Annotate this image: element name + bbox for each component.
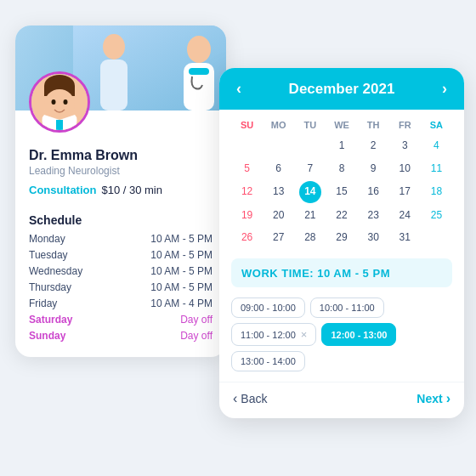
month-year-label: December 2021 — [289, 81, 395, 98]
schedule-day: Saturday — [29, 314, 97, 326]
schedule-time: Day off — [180, 314, 212, 326]
calendar-day[interactable]: 28 — [294, 227, 326, 248]
avatar-image — [31, 74, 88, 130]
time-slots: 09:00 - 10:0010:00 - 11:0011:00 - 12:00×… — [219, 292, 464, 380]
consultation-row: Consultation $10 / 30 min — [29, 184, 212, 196]
calendar-day[interactable]: 24 — [389, 205, 421, 226]
calendar-day[interactable]: 13 — [263, 181, 294, 203]
calendar-header: ‹ December 2021 › — [219, 68, 464, 110]
schedule-day: Tuesday — [29, 249, 97, 261]
schedule-row: Friday10 AM - 4 PM — [29, 297, 212, 310]
weekday-label: SU — [231, 118, 263, 132]
doctor-banner — [15, 26, 226, 110]
calendar-day[interactable]: 21 — [294, 205, 326, 226]
calendar-day[interactable]: 26 — [231, 227, 263, 248]
calendar-day[interactable]: 31 — [389, 227, 421, 248]
calendar-day[interactable]: 23 — [358, 205, 389, 226]
time-slot[interactable]: 11:00 - 12:00× — [231, 323, 316, 346]
schedule-time: Day off — [180, 330, 212, 342]
weekday-label: SA — [421, 118, 452, 132]
calendar-grid: SUMOTUWETHFRSA 1234567891011121314151617… — [219, 110, 464, 253]
doctor-title: Leading Neurologist — [29, 165, 212, 177]
schedule-time: 10 AM - 5 PM — [150, 265, 212, 277]
calendar-day-empty — [231, 135, 263, 156]
calendar-day[interactable]: 6 — [263, 158, 294, 179]
calendar-day[interactable]: 25 — [421, 205, 452, 226]
avatar-svg — [31, 74, 88, 130]
svg-point-9 — [44, 89, 75, 120]
back-button[interactable]: ‹ Back — [233, 391, 267, 406]
schedule-row: Thursday10 AM - 5 PM — [29, 280, 212, 294]
svg-rect-5 — [100, 60, 128, 110]
schedule-day: Monday — [29, 233, 97, 245]
calendar-day[interactable]: 2 — [358, 135, 389, 156]
consultation-label: Consultation — [29, 184, 96, 196]
calendar-day[interactable]: 8 — [326, 158, 357, 179]
work-time-label: WORK TIME: 10 AM - 5 PM — [241, 267, 390, 280]
slot-close-icon[interactable]: × — [301, 328, 308, 341]
svg-point-1 — [187, 36, 211, 63]
schedule-time: 10 AM - 4 PM — [150, 298, 212, 309]
calendar-day[interactable]: 3 — [389, 135, 421, 156]
calendar-day-empty — [294, 135, 326, 156]
calendar-day[interactable]: 12 — [231, 181, 263, 203]
svg-point-4 — [103, 34, 125, 60]
schedule-row: SaturdayDay off — [29, 313, 212, 326]
schedule-time: 10 AM - 5 PM — [150, 233, 212, 245]
next-month-button[interactable]: › — [439, 80, 450, 98]
calendar-day[interactable]: 10 — [389, 158, 421, 179]
time-slot[interactable]: 12:00 - 13:00 — [321, 323, 396, 346]
calendar-day[interactable]: 1 — [326, 135, 357, 156]
svg-point-11 — [64, 99, 68, 105]
doctor-card: Dr. Emma Brown Leading Neurologist Consu… — [15, 26, 226, 357]
back-arrow-icon: ‹ — [233, 391, 237, 406]
svg-rect-3 — [189, 68, 209, 75]
schedule-row: Wednesday10 AM - 5 PM — [29, 264, 212, 278]
schedule-day: Sunday — [29, 330, 97, 342]
calendar-card: ‹ December 2021 › SUMOTUWETHFRSA 1234567… — [219, 68, 464, 418]
next-label: Next — [416, 392, 442, 405]
svg-point-10 — [52, 99, 56, 105]
calendar-day[interactable]: 30 — [358, 227, 389, 248]
schedule-time: 10 AM - 5 PM — [150, 281, 212, 293]
time-slot[interactable]: 13:00 - 14:00 — [231, 351, 305, 371]
schedule-row: Monday10 AM - 5 PM — [29, 232, 212, 246]
schedule-day: Wednesday — [29, 265, 97, 277]
calendar-day[interactable]: 18 — [421, 181, 452, 203]
weekdays-row: SUMOTUWETHFRSA — [231, 118, 452, 132]
calendar-day[interactable]: 29 — [326, 227, 357, 248]
weekday-label: TH — [358, 118, 389, 132]
time-slot[interactable]: 09:00 - 10:00 — [231, 298, 305, 318]
calendar-day[interactable]: 17 — [389, 181, 421, 203]
calendar-day-today[interactable]: 14 — [299, 181, 321, 203]
work-time-bar: WORK TIME: 10 AM - 5 PM — [231, 258, 452, 287]
calendar-footer: ‹ Back Next › — [219, 382, 464, 418]
calendar-day[interactable]: 16 — [358, 181, 389, 203]
next-button[interactable]: Next › — [416, 391, 450, 406]
calendar-day[interactable]: 4 — [421, 135, 452, 156]
time-slot[interactable]: 10:00 - 11:00 — [310, 298, 384, 318]
calendar-day[interactable]: 9 — [358, 158, 389, 179]
prev-month-button[interactable]: ‹ — [233, 80, 245, 98]
days-grid: 1234567891011121314151617181920212223242… — [231, 135, 452, 248]
calendar-day[interactable]: 20 — [263, 205, 294, 226]
next-arrow-icon: › — [446, 391, 450, 406]
banner-illustration — [73, 26, 226, 110]
consultation-price: $10 / 30 min — [101, 184, 162, 196]
schedule-day: Friday — [29, 298, 97, 309]
weekday-label: MO — [263, 118, 294, 132]
calendar-day[interactable]: 19 — [231, 205, 263, 226]
calendar-day-empty — [263, 135, 294, 156]
weekday-label: TU — [294, 118, 326, 132]
calendar-day[interactable]: 7 — [294, 158, 326, 179]
schedule-row: SundayDay off — [29, 329, 212, 343]
schedule-rows: Monday10 AM - 5 PMTuesday10 AM - 5 PMWed… — [29, 232, 212, 343]
calendar-day[interactable]: 15 — [326, 181, 357, 203]
calendar-day[interactable]: 22 — [326, 205, 357, 226]
doctor-name: Dr. Emma Brown — [29, 148, 212, 163]
back-label: Back — [241, 392, 267, 405]
calendar-day[interactable]: 5 — [231, 158, 263, 179]
svg-rect-12 — [56, 120, 63, 130]
calendar-day[interactable]: 11 — [421, 158, 452, 179]
calendar-day[interactable]: 27 — [263, 227, 294, 248]
